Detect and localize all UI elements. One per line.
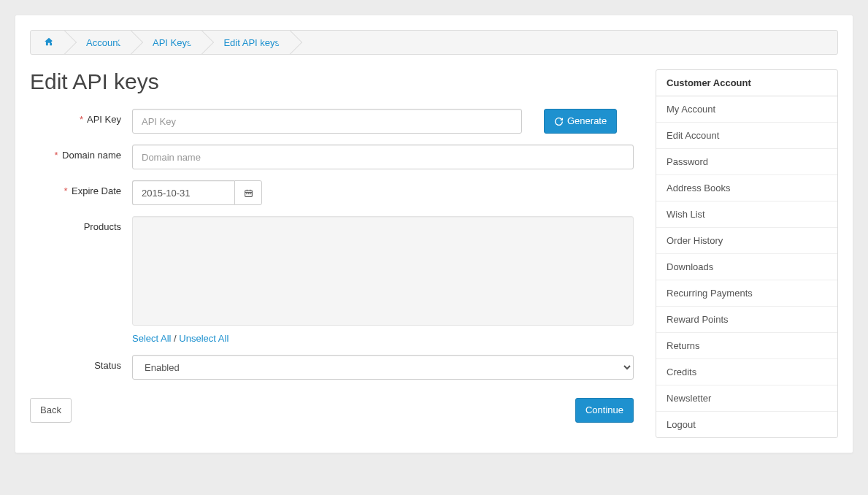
- calendar-icon: [244, 188, 253, 198]
- products-well[interactable]: [132, 216, 634, 326]
- breadcrumb-link-api-keys[interactable]: API Keys: [153, 37, 191, 48]
- sidebar-item-recurring[interactable]: Recurring Payments: [656, 280, 837, 306]
- sidebar-item-wish-list[interactable]: Wish List: [656, 201, 837, 227]
- breadcrumb-item-account[interactable]: Account: [67, 31, 134, 54]
- form-group-expire: * Expire Date: [30, 180, 634, 205]
- sidebar-item-downloads[interactable]: Downloads: [656, 253, 837, 280]
- svg-rect-5: [247, 193, 249, 194]
- label-expire: * Expire Date: [30, 180, 132, 205]
- api-key-input[interactable]: [132, 109, 522, 134]
- select-all-link[interactable]: Select All: [132, 333, 171, 344]
- label-status: Status: [30, 355, 132, 380]
- breadcrumb-item-api-keys[interactable]: API Keys: [134, 31, 204, 54]
- form-group-products: Products Select All / Unselect All: [30, 216, 634, 344]
- home-icon: [44, 37, 54, 47]
- expire-input-group: [132, 180, 264, 205]
- calendar-button[interactable]: [234, 180, 262, 205]
- sidebar-item-newsletter[interactable]: Newsletter: [656, 385, 837, 411]
- sidebar-panel: Customer Account My Account Edit Account…: [656, 69, 838, 438]
- main-column: Edit API keys * API Key Generate * Domai…: [30, 69, 634, 438]
- breadcrumb-link-account[interactable]: Account: [86, 37, 120, 48]
- domain-input[interactable]: [132, 145, 634, 169]
- sidebar-item-returns[interactable]: Returns: [656, 332, 837, 358]
- status-select[interactable]: Enabled Disabled: [132, 355, 634, 380]
- form-actions: Back Continue: [30, 398, 634, 423]
- svg-rect-6: [250, 193, 251, 194]
- sidebar-item-edit-account[interactable]: Edit Account: [656, 122, 837, 148]
- breadcrumb-item-edit[interactable]: Edit API keys: [204, 31, 293, 54]
- form-group-api-key: * API Key Generate: [30, 109, 634, 134]
- sidebar-list: My Account Edit Account Password Address…: [656, 96, 837, 437]
- generate-button[interactable]: Generate: [544, 109, 617, 134]
- breadcrumb-link-edit[interactable]: Edit API keys: [223, 37, 280, 48]
- label-products: Products: [30, 216, 132, 344]
- form-group-domain: * Domain name: [30, 145, 634, 169]
- main-container: Account API Keys Edit API keys Edit API …: [15, 15, 853, 453]
- sidebar-item-address-books[interactable]: Address Books: [656, 174, 837, 201]
- breadcrumb-home[interactable]: [31, 31, 67, 54]
- form-group-status: Status Enabled Disabled: [30, 355, 634, 380]
- label-domain: * Domain name: [30, 145, 132, 169]
- home-link[interactable]: [44, 37, 54, 49]
- sidebar-column: Customer Account My Account Edit Account…: [656, 69, 838, 438]
- sidebar-item-reward-points[interactable]: Reward Points: [656, 306, 837, 332]
- unselect-all-link[interactable]: Unselect All: [179, 333, 228, 344]
- svg-rect-4: [246, 193, 247, 194]
- sidebar-item-my-account[interactable]: My Account: [656, 96, 837, 122]
- sidebar-heading: Customer Account: [656, 70, 837, 96]
- expire-date-input[interactable]: [132, 180, 234, 205]
- continue-button[interactable]: Continue: [575, 398, 634, 423]
- page-title: Edit API keys: [30, 69, 634, 94]
- select-links: Select All / Unselect All: [132, 333, 228, 344]
- breadcrumb: Account API Keys Edit API keys: [30, 30, 838, 55]
- sidebar-item-order-history[interactable]: Order History: [656, 227, 837, 253]
- back-button[interactable]: Back: [30, 398, 72, 423]
- label-api-key: * API Key: [30, 109, 132, 134]
- refresh-icon: [554, 117, 564, 126]
- sidebar-item-password[interactable]: Password: [656, 148, 837, 174]
- sidebar-item-credits[interactable]: Credits: [656, 358, 837, 385]
- sidebar-item-logout[interactable]: Logout: [656, 411, 837, 437]
